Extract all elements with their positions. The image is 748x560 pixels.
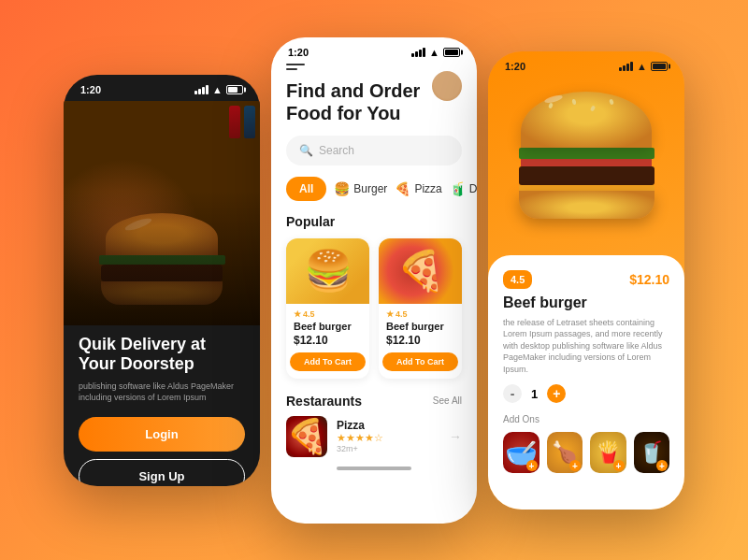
burger-hero-shape: [511, 92, 661, 241]
dark-headline: Quik Delivery at Your Doorstep: [79, 335, 245, 375]
filter-pizza[interactable]: 🍕 Pizza: [395, 181, 441, 196]
restaurant-stars-1: ★★★★☆: [337, 432, 439, 444]
filter-drink[interactable]: 🧃 Drink: [450, 181, 477, 196]
addons-label: Add Ons: [503, 414, 669, 424]
drink-emoji: 🧃: [450, 181, 466, 196]
add-to-cart-2[interactable]: Add To Cart: [382, 352, 458, 371]
avatar[interactable]: [432, 71, 462, 101]
burger-emoji: 🍔: [334, 181, 350, 196]
addon-chicken[interactable]: 🍗 +: [547, 432, 583, 473]
time-dark: 1:20: [80, 84, 101, 95]
restaurants-section: Restaraunts See All 🍕 Pizza ★★★★☆ 32m+ →: [271, 394, 477, 457]
filter-pizza-label: Pizza: [414, 182, 441, 195]
restaurant-info-1: Pizza ★★★★☆ 32m+: [337, 419, 439, 453]
detail-name: Beef burger: [503, 294, 669, 311]
food-image-2: 🍕: [379, 238, 462, 304]
signup-button[interactable]: Sign Up: [79, 459, 245, 486]
status-bar-dark: 1:20 ▲: [64, 75, 260, 101]
food-price-1: $12.10: [294, 334, 362, 347]
signal-icon: [194, 85, 209, 94]
quantity-value: 1: [531, 387, 538, 401]
signal-icon-orange: [619, 62, 633, 71]
detail-description: the release of Letraset sheets containin…: [503, 317, 669, 376]
filter-burger-label: Burger: [353, 182, 387, 195]
food-name-2: Beef burger: [386, 321, 454, 332]
addon-cola[interactable]: 🥤 +: [634, 432, 670, 473]
detail-top-row: 4.5 $12.10: [503, 270, 669, 289]
login-button[interactable]: Login: [79, 417, 245, 452]
food-name-1: Beef burger: [294, 321, 362, 332]
wifi-icon-orange: ▲: [637, 61, 647, 72]
restaurant-name-1: Pizza: [337, 419, 439, 432]
search-icon: 🔍: [299, 144, 313, 157]
food-image-1: 🍔: [286, 238, 369, 304]
battery-icon-orange: [651, 62, 668, 71]
burger-hero: [488, 78, 684, 255]
dark-subtext: publishing software like Aldus PageMaker…: [79, 381, 245, 404]
filter-burger[interactable]: 🍔 Burger: [334, 181, 387, 196]
search-bar[interactable]: 🔍 Search: [286, 136, 462, 165]
food-card-2[interactable]: 🍕 ★ 4.5 Beef burger $12.10 Add To Cart: [379, 238, 462, 379]
popular-section-title: Popular: [271, 214, 477, 229]
quantity-row: - 1 +: [503, 384, 669, 403]
see-all-button[interactable]: See All: [433, 395, 462, 406]
addon-fries[interactable]: 🍟 +: [590, 432, 626, 473]
filter-drink-label: Drink: [469, 182, 477, 195]
restaurant-arrow: →: [449, 429, 462, 444]
wifi-icon: ▲: [212, 84, 223, 95]
popular-items-row: 🍔 ★ 4.5 Beef burger $12.10 Add To Cart 🍕…: [271, 238, 477, 379]
hero-image-dark: [64, 101, 260, 325]
time-orange: 1:20: [505, 61, 525, 72]
status-bar-white: 1:20 ▲: [271, 37, 477, 64]
detail-price: $12.10: [629, 272, 669, 287]
search-placeholder: Search: [319, 144, 354, 157]
addon-plus-sauce[interactable]: +: [526, 460, 538, 471]
dark-text-content: Quik Delivery at Your Doorstep publishin…: [64, 325, 260, 486]
food-card-1[interactable]: 🍔 ★ 4.5 Beef burger $12.10 Add To Cart: [286, 238, 369, 379]
restaurant-item-1[interactable]: 🍕 Pizza ★★★★☆ 32m+ →: [286, 416, 462, 457]
battery-icon-white: [443, 48, 460, 57]
quantity-minus[interactable]: -: [503, 384, 522, 403]
rating-2: ★ 4.5: [386, 309, 454, 319]
add-to-cart-1[interactable]: Add To Cart: [290, 352, 366, 371]
status-icons-dark: ▲: [194, 84, 243, 95]
pizza-emoji: 🍕: [395, 181, 410, 196]
detail-card: 4.5 $12.10 Beef burger the release of Le…: [488, 255, 684, 510]
rating-badge: 4.5: [503, 270, 532, 289]
status-icons-white: ▲: [411, 47, 460, 58]
addon-sauce[interactable]: 🥣 +: [503, 432, 539, 473]
filter-row: All 🍔 Burger 🍕 Pizza 🧃 Drink: [271, 177, 477, 201]
status-icons-orange: ▲: [619, 61, 668, 72]
nav-indicator-white: [337, 467, 411, 470]
restaurant-count-1: 32m+: [337, 444, 439, 453]
signal-icon-white: [411, 48, 425, 57]
time-white: 1:20: [288, 47, 309, 58]
phone-dark: 1:20 ▲ Quik Delivery: [64, 75, 260, 486]
hamburger-menu[interactable]: [286, 64, 305, 70]
wifi-icon-white: ▲: [429, 47, 439, 58]
phone-orange: 1:20 ▲ 4.5 $: [488, 51, 684, 510]
restaurant-image-1: 🍕: [286, 416, 327, 457]
quantity-plus[interactable]: +: [547, 384, 566, 403]
addons-row: 🥣 + 🍗 + 🍟 + 🥤 +: [503, 432, 669, 473]
restaurants-header: Restaraunts See All: [286, 394, 462, 409]
phone-white: 1:20 ▲ Find and Order Food for You 🔍 Sea…: [271, 37, 477, 524]
rating-1: ★ 4.5: [294, 309, 362, 319]
filter-all-button[interactable]: All: [286, 177, 326, 201]
battery-icon: [226, 85, 243, 94]
addon-plus-fries[interactable]: +: [613, 460, 625, 471]
status-bar-orange: 1:20 ▲: [488, 51, 684, 78]
restaurants-title: Restaraunts: [286, 394, 362, 409]
food-price-2: $12.10: [386, 334, 454, 347]
